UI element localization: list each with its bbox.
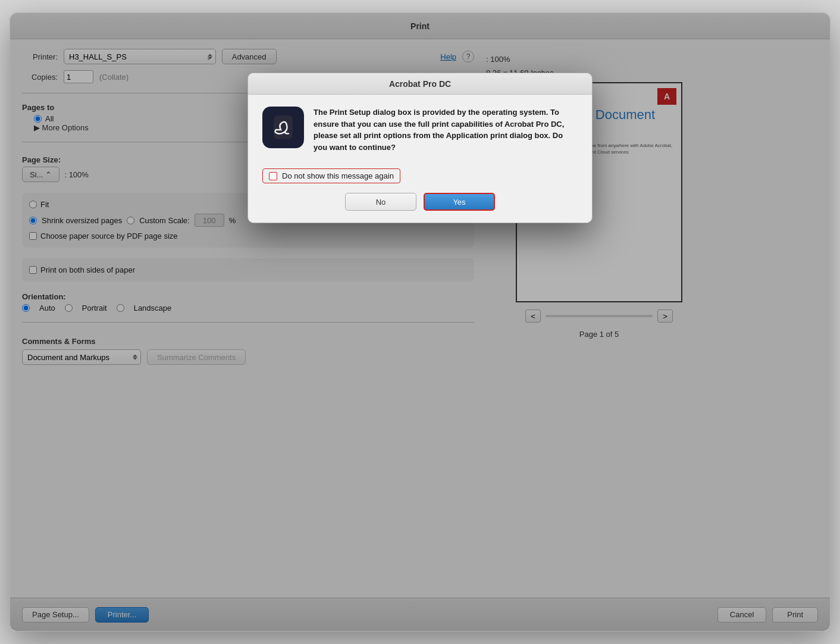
acrobat-icon — [262, 107, 304, 148]
modal-body-text: The Print Setup dialog box is provided b… — [314, 107, 578, 153]
modal-title: Acrobat Pro DC — [389, 79, 451, 89]
modal-body: The Print Setup dialog box is provided b… — [248, 95, 592, 165]
print-window: Print Printer: H3_HALL_S_PS Advanced Hel… — [10, 12, 830, 632]
modal-overlay: Acrobat Pro DC The Print Setup dialog bo… — [10, 13, 830, 631]
modal-checkbox-border[interactable]: Do not show this message again — [262, 168, 400, 183]
acrobat-svg — [269, 113, 297, 142]
dont-show-checkbox[interactable] — [269, 172, 277, 180]
modal-no-button[interactable]: No — [345, 193, 416, 211]
modal-buttons: No Yes — [248, 193, 592, 223]
modal-yes-button[interactable]: Yes — [424, 193, 495, 211]
modal-title-bar: Acrobat Pro DC — [248, 73, 592, 95]
modal-dialog: Acrobat Pro DC The Print Setup dialog bo… — [247, 73, 593, 223]
modal-checkbox-row: Do not show this message again — [248, 165, 592, 193]
dont-show-label: Do not show this message again — [282, 171, 394, 180]
